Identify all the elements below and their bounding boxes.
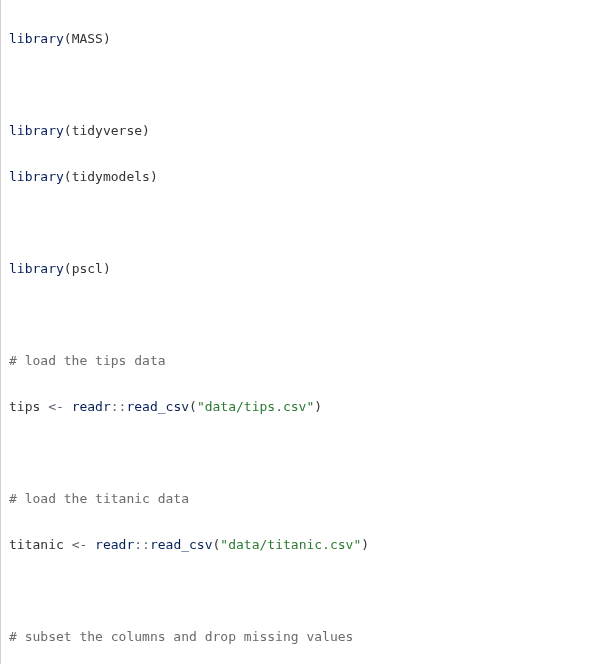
blank-line [9,441,591,464]
identifier: pscl [72,261,103,276]
comment: # load the titanic data [9,491,189,506]
comment-line: # load the titanic data [9,487,591,510]
package: readr [72,399,111,414]
comment: # subset the columns and drop missing va… [9,629,353,644]
variable: titanic [9,537,64,552]
function-call: read_csv [126,399,189,414]
string-literal: "data/tips.csv" [197,399,314,414]
code-line: library(pscl) [9,257,591,280]
function-call: library [9,31,64,46]
paren-close: ) [142,123,150,138]
paren-open: ( [64,169,72,184]
identifier: MASS [72,31,103,46]
paren-open: ( [64,261,72,276]
comment-line: # subset the columns and drop missing va… [9,625,591,648]
code-line: library(tidyverse) [9,119,591,142]
blank-line [9,303,591,326]
blank-line [9,579,591,602]
assign-operator: <- [48,399,64,414]
function-call: read_csv [150,537,213,552]
paren-open: ( [64,123,72,138]
variable: tips [9,399,40,414]
code-block: library(MASS) library(tidyverse) library… [1,0,591,664]
paren-close: ) [314,399,322,414]
string-literal: "data/titanic.csv" [220,537,361,552]
identifier: tidyverse [72,123,142,138]
comment-line: # load the tips data [9,349,591,372]
code-line: library(tidymodels) [9,165,591,188]
identifier: tidymodels [72,169,150,184]
paren-close: ) [103,261,111,276]
paren-open: ( [64,31,72,46]
code-line: titanic <- readr::read_csv("data/titanic… [9,533,591,556]
function-call: library [9,169,64,184]
package: readr [95,537,134,552]
assign-operator: <- [72,537,88,552]
code-line: tips <- readr::read_csv("data/tips.csv") [9,395,591,418]
paren-close: ) [103,31,111,46]
function-call: library [9,123,64,138]
paren-open: ( [189,399,197,414]
comment: # load the tips data [9,353,166,368]
namespace-operator: :: [134,537,150,552]
blank-line [9,211,591,234]
paren-close: ) [150,169,158,184]
code-line: library(MASS) [9,27,591,50]
function-call: library [9,261,64,276]
blank-line [9,73,591,96]
namespace-operator: :: [111,399,127,414]
paren-close: ) [361,537,369,552]
